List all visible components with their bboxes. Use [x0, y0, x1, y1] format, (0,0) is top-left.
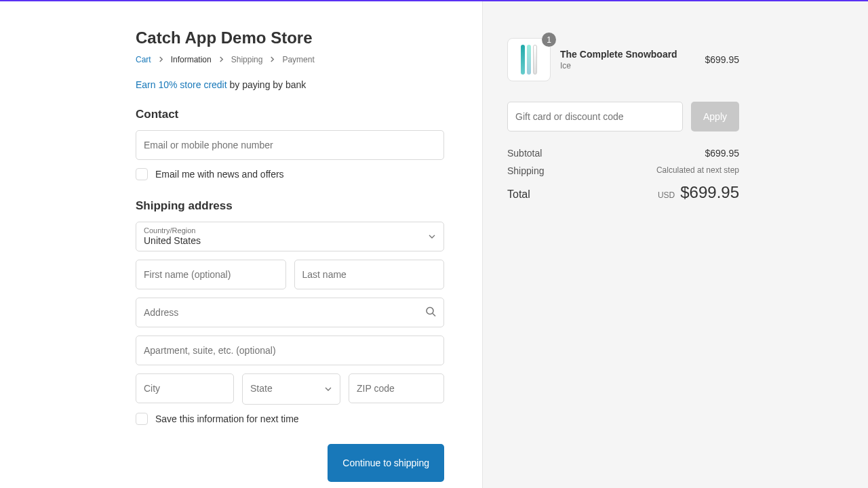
chevron-right-icon [158, 55, 164, 64]
country-label: Country/Region [144, 226, 436, 235]
quantity-badge: 1 [542, 33, 556, 47]
chevron-right-icon [218, 55, 224, 64]
subtotal-label: Subtotal [507, 148, 542, 159]
breadcrumb: Cart Information Shipping Payment [136, 55, 444, 64]
item-variant: Ice [560, 61, 695, 70]
first-name-input[interactable] [136, 260, 286, 289]
chevron-down-icon [325, 384, 332, 394]
zip-input[interactable] [349, 373, 444, 403]
order-summary-panel: 1 The Complete Snowboard Ice $699.95 App… [483, 1, 868, 488]
subtotal-value: $699.95 [705, 148, 739, 159]
country-select[interactable]: Country/Region United States [136, 222, 444, 251]
checkout-form-panel: Catch App Demo Store Cart Information Sh… [0, 1, 483, 488]
apply-button[interactable]: Apply [691, 102, 739, 131]
state-placeholder: State [250, 383, 273, 394]
save-info-label: Save this information for next time [155, 413, 299, 424]
shipping-cost-label: Shipping [507, 165, 545, 176]
email-consent-checkbox[interactable] [136, 168, 148, 180]
email-consent-label: Email me with news and offers [155, 169, 284, 180]
item-price: $699.95 [705, 54, 739, 65]
discount-input[interactable] [507, 102, 683, 131]
breadcrumb-payment: Payment [282, 55, 314, 64]
breadcrumb-shipping: Shipping [231, 55, 263, 64]
contact-heading: Contact [136, 108, 444, 121]
total-value: $699.95 [680, 183, 739, 201]
state-select[interactable]: State [242, 373, 340, 405]
email-input[interactable] [136, 130, 444, 160]
store-name: Catch App Demo Store [136, 28, 444, 47]
promo-link[interactable]: Earn 10% store credit [136, 79, 227, 90]
promo-banner: Earn 10% store credit by paying by bank [136, 79, 444, 90]
item-title: The Complete Snowboard [560, 49, 695, 60]
chevron-right-icon [269, 55, 275, 64]
cart-item: 1 The Complete Snowboard Ice $699.95 [507, 38, 739, 81]
continue-button[interactable]: Continue to shipping [328, 444, 444, 482]
last-name-input[interactable] [294, 260, 445, 289]
breadcrumb-information: Information [171, 55, 212, 64]
promo-text: by paying by bank [227, 79, 307, 90]
shipping-cost-value: Calculated at next step [656, 165, 739, 176]
shipping-heading: Shipping address [136, 199, 444, 213]
total-currency: USD [658, 190, 675, 200]
address-input[interactable] [136, 298, 444, 327]
country-value: United States [144, 235, 436, 246]
breadcrumb-cart[interactable]: Cart [136, 55, 151, 64]
total-label: Total [507, 188, 530, 201]
city-input[interactable] [136, 373, 234, 403]
save-info-checkbox[interactable] [136, 413, 148, 425]
address2-input[interactable] [136, 336, 444, 365]
